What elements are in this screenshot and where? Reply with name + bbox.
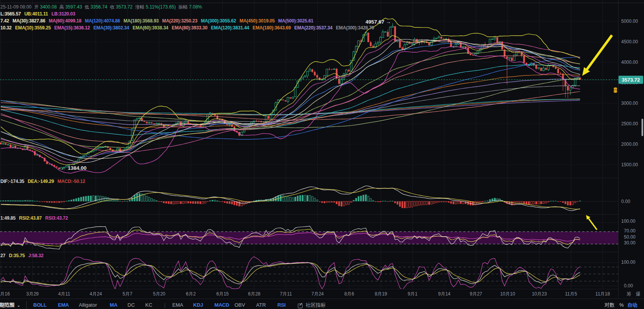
svg-text:0.00: 0.00 xyxy=(621,199,630,204)
svg-text:9月1: 9月1 xyxy=(408,291,418,297)
svg-text:4月11: 4月11 xyxy=(58,291,70,297)
svg-text:5月20: 5月20 xyxy=(153,291,165,297)
svg-text:5000.00: 5000.00 xyxy=(621,19,638,24)
svg-text:3000.00: 3000.00 xyxy=(621,101,638,106)
svg-text:100.00: 100.00 xyxy=(621,219,636,224)
svg-text:月16: 月16 xyxy=(0,291,10,297)
svg-text:2500.00: 2500.00 xyxy=(621,121,638,126)
svg-text:2000.00: 2000.00 xyxy=(621,142,638,147)
svg-text:筹: 筹 xyxy=(627,291,631,297)
svg-text:4500.00: 4500.00 xyxy=(621,39,638,44)
svg-text:8月19: 8月19 xyxy=(375,291,387,297)
svg-text:6月15: 6月15 xyxy=(216,291,229,297)
svg-text:9月27: 9月27 xyxy=(470,291,482,297)
svg-text:9月14: 9月14 xyxy=(438,291,450,297)
svg-text:11月5: 11月5 xyxy=(565,291,577,297)
svg-text:5月7: 5月7 xyxy=(122,291,133,297)
svg-text:1500.00: 1500.00 xyxy=(621,162,638,167)
svg-text:11月18: 11月18 xyxy=(595,291,610,297)
svg-text:0.00: 0.00 xyxy=(624,283,633,289)
svg-text:3月29: 3月29 xyxy=(26,291,39,297)
svg-text:4月24: 4月24 xyxy=(90,291,102,297)
svg-text:70.00: 70.00 xyxy=(624,228,636,234)
svg-text:10月10: 10月10 xyxy=(500,291,515,297)
svg-text:4000.00: 4000.00 xyxy=(621,60,638,65)
svg-text:50.00: 50.00 xyxy=(624,234,636,240)
svg-text:← 1384.00: ← 1384.00 xyxy=(61,165,87,171)
svg-text:30.00: 30.00 xyxy=(624,240,636,246)
svg-text:10月23: 10月23 xyxy=(532,291,547,297)
svg-text:6月2: 6月2 xyxy=(186,291,196,297)
svg-text:7月11: 7月11 xyxy=(280,291,292,297)
svg-text:3573.72: 3573.72 xyxy=(622,77,640,83)
svg-text:爆: 爆 xyxy=(636,291,641,297)
svg-text:7月24: 7月24 xyxy=(311,291,324,297)
svg-text:4957.67 →: 4957.67 → xyxy=(365,19,391,25)
svg-text:6月28: 6月28 xyxy=(248,291,260,297)
svg-text:100.00: 100.00 xyxy=(621,259,636,265)
svg-text:8月6: 8月6 xyxy=(344,291,354,297)
